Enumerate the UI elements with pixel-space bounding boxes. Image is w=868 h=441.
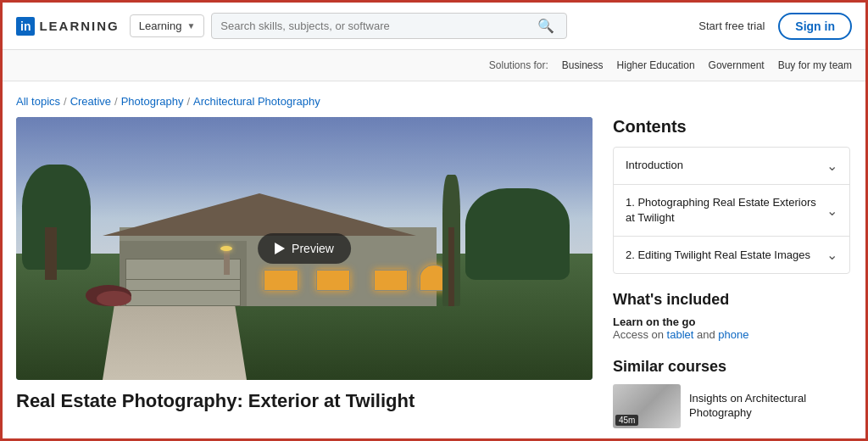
left-panel: Preview Real Estate Photography: Exterio… <box>16 117 593 441</box>
similar-course-1-duration: 45m <box>615 415 638 426</box>
tablet-link[interactable]: tablet <box>667 328 694 341</box>
search-input[interactable] <box>220 20 534 32</box>
contents-heading: Contents <box>613 117 850 137</box>
svg-marker-0 <box>103 193 416 236</box>
similar-courses-title: Similar courses <box>613 358 850 376</box>
logo-text: LEARNING <box>39 19 119 33</box>
solutions-label: Solutions for: <box>489 59 548 71</box>
solutions-higher-ed[interactable]: Higher Education <box>617 59 695 71</box>
sign-in-button[interactable]: Sign in <box>778 13 852 40</box>
breadcrumb-creative[interactable]: Creative <box>70 95 111 108</box>
chevron-down-icon-2: ⌄ <box>826 203 837 219</box>
phone-link[interactable]: phone <box>718 328 748 341</box>
dropdown-label: Learning <box>139 20 182 32</box>
solutions-team[interactable]: Buy for my team <box>778 59 852 71</box>
breadcrumb-all-topics[interactable]: All topics <box>16 95 60 108</box>
breadcrumb-sep-3: / <box>186 95 190 108</box>
header-right: Start free trial Sign in <box>698 13 852 40</box>
breadcrumb: All topics / Creative / Photography / Ar… <box>3 81 865 117</box>
breadcrumb-architectural[interactable]: Architectural Photography <box>193 95 320 108</box>
main-content: Preview Real Estate Photography: Exterio… <box>3 117 865 441</box>
contents-item-intro-label: Introduction <box>626 158 826 173</box>
dropdown-arrow-icon: ▼ <box>186 21 195 31</box>
breadcrumb-sep-2: / <box>114 95 118 108</box>
solutions-government[interactable]: Government <box>709 59 765 71</box>
preview-label: Preview <box>292 242 334 255</box>
chevron-down-icon-3: ⌄ <box>826 247 837 263</box>
search-bar[interactable]: 🔍 <box>211 13 567 39</box>
similar-course-1-info: Insights on Architectural Photography <box>689 392 850 421</box>
contents-item-intro[interactable]: Introduction ⌄ <box>614 148 849 185</box>
included-detail: Access on tablet and phone <box>613 328 850 341</box>
learning-dropdown[interactable]: Learning ▼ <box>130 14 205 37</box>
contents-item-2[interactable]: 2. Editing Twilight Real Estate Images ⌄ <box>614 237 849 273</box>
search-button[interactable]: 🔍 <box>534 18 558 34</box>
similar-course-1[interactable]: 45m Insights on Architectural Photograph… <box>613 384 850 428</box>
whats-included-section: What's included Learn on the go Access o… <box>613 291 850 341</box>
contents-item-1-label: 1. Photographing Real Estate Exteriors a… <box>626 195 826 226</box>
logo-in-badge: in <box>16 17 35 36</box>
solutions-business[interactable]: Business <box>562 59 604 71</box>
contents-list: Introduction ⌄ 1. Photographing Real Est… <box>613 147 850 274</box>
whats-included-title: What's included <box>613 291 850 309</box>
preview-button[interactable]: Preview <box>258 233 351 264</box>
contents-item-2-label: 2. Editing Twilight Real Estate Images <box>626 248 826 263</box>
breadcrumb-sep-1: / <box>64 95 67 108</box>
start-free-trial-link[interactable]: Start free trial <box>698 20 765 32</box>
similar-thumb-1: 45m <box>613 384 681 428</box>
course-image: Preview <box>16 117 593 380</box>
contents-item-1[interactable]: 1. Photographing Real Estate Exteriors a… <box>614 185 849 237</box>
course-title: Real Estate Photography: Exterior at Twi… <box>16 380 593 416</box>
included-item-mobile: Learn on the go Access on tablet and pho… <box>613 315 850 341</box>
similar-course-1-name: Insights on Architectural Photography <box>689 392 850 421</box>
header: in LEARNING Learning ▼ 🔍 Start free tria… <box>3 3 865 50</box>
solutions-bar: Solutions for: Business Higher Education… <box>3 50 865 81</box>
play-icon <box>275 243 285 254</box>
logo: in LEARNING <box>16 17 120 36</box>
right-panel: Contents Introduction ⌄ 1. Photographing… <box>613 117 850 441</box>
breadcrumb-photography[interactable]: Photography <box>121 95 184 108</box>
similar-courses-section: Similar courses 45m Insights on Architec… <box>613 358 850 441</box>
included-label: Learn on the go <box>613 315 850 328</box>
chevron-down-icon: ⌄ <box>826 158 837 174</box>
